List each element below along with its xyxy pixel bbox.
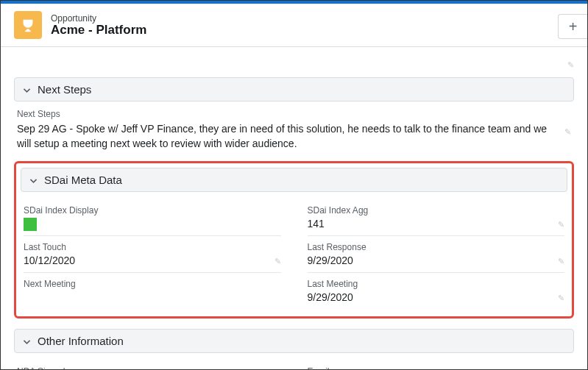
other-header[interactable]: Other Information — [14, 329, 574, 353]
last-touch-value: 10/12/2020 — [24, 255, 75, 268]
sdai-highlight: SDai Meta Data SDai Index Display SDai I… — [14, 161, 574, 319]
pencil-icon[interactable]: ✎ — [558, 257, 564, 266]
section-sdai: SDai Meta Data SDai Index Display SDai I… — [21, 168, 567, 309]
object-label: Opportunity — [51, 13, 146, 24]
sdai-title: SDai Meta Data — [44, 174, 122, 186]
field-sdai-index-display: SDai Index Display — [24, 199, 281, 236]
chevron-down-icon — [22, 336, 32, 346]
field-nda-signed: NDA Signed — [17, 360, 281, 370]
pencil-icon[interactable]: ✎ — [558, 220, 564, 230]
pencil-icon[interactable]: ✎ — [567, 60, 574, 70]
record-title: Acme - Platform — [51, 23, 146, 38]
last-meeting-value: 9/29/2020 — [308, 291, 353, 305]
pencil-icon[interactable]: ✎ — [274, 257, 281, 266]
field-sdai-index-agg: SDai Index Agg 141 ✎ — [308, 199, 565, 236]
plus-icon: + — [569, 18, 578, 35]
pencil-icon[interactable]: ✎ — [558, 293, 564, 303]
next-steps-field-label: Next Steps — [17, 109, 571, 119]
field-last-meeting: Last Meeting 9/29/2020 ✎ — [308, 273, 565, 309]
add-button[interactable]: + — [558, 14, 587, 39]
sdai-header[interactable]: SDai Meta Data — [21, 168, 567, 192]
next-steps-text: Sep 29 AG - Spoke w/ Jeff VP Finance, th… — [17, 122, 559, 151]
record-header: Opportunity Acme - Platform + — [1, 4, 587, 47]
field-last-response: Last Response 9/29/2020 ✎ — [308, 236, 565, 273]
section-next-steps: Next Steps Next Steps Sep 29 AG - Spoke … — [14, 77, 574, 151]
last-response-value: 9/29/2020 — [308, 255, 353, 268]
field-last-touch: Last Touch 10/12/2020 ✎ — [24, 236, 281, 273]
pencil-icon[interactable]: ✎ — [559, 122, 571, 138]
next-steps-header[interactable]: Next Steps — [14, 77, 574, 102]
next-steps-title: Next Steps — [38, 83, 91, 96]
section-other: Other Information NDA Signed Email — [14, 329, 574, 370]
chevron-down-icon — [22, 85, 32, 94]
field-next-meeting: Next Meeting — [24, 273, 281, 309]
other-title: Other Information — [38, 335, 124, 347]
chevron-down-icon — [29, 175, 38, 185]
field-email: Email — [308, 360, 572, 370]
index-display-swatch — [24, 218, 37, 231]
opportunity-icon — [14, 11, 42, 39]
index-agg-value: 141 — [308, 218, 325, 231]
